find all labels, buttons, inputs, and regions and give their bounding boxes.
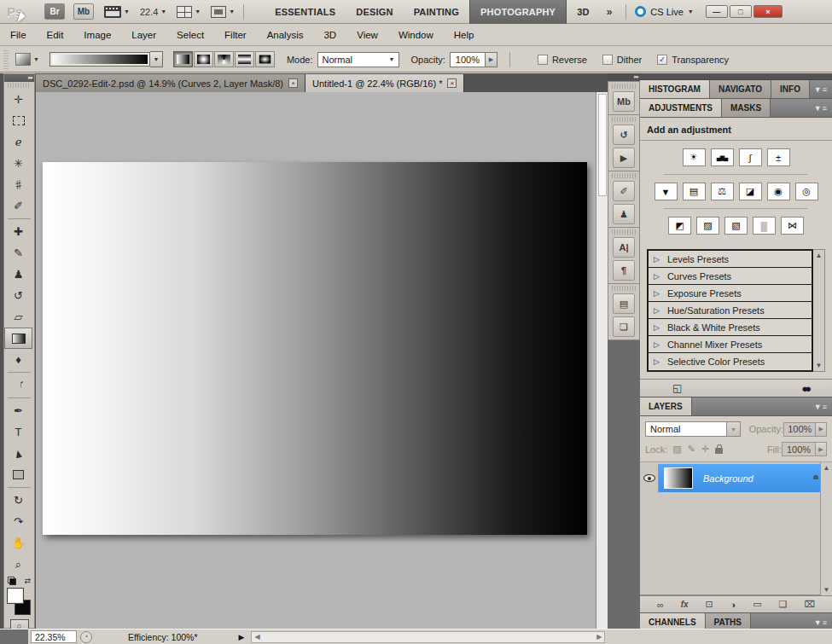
gradient-picker-dropdown[interactable]: ▼ [150,51,163,67]
layer-blend-mode-select[interactable]: Normal [645,421,727,437]
gradient-editor-preview[interactable] [49,52,150,67]
zoom-percent-input[interactable]: 22.35% [31,630,77,643]
curves-presets-item[interactable]: ▷Curves Presets [649,268,812,285]
brightness-contrast-button[interactable]: ☀ [683,148,706,166]
lock-all-icon[interactable] [715,448,723,454]
options-grip[interactable] [3,50,9,69]
black-white-presets-item[interactable]: ▷Black & White Presets [649,319,812,336]
posterize-button[interactable]: ▨ [696,217,719,235]
layer-name[interactable]: Background [703,473,812,484]
photo-filter-button[interactable]: ◉ [767,183,790,200]
tools-grip[interactable] [8,83,31,88]
scroll-up-icon[interactable]: ▲ [816,252,823,259]
panel-menu-icon[interactable]: ▼≡ [814,104,828,113]
launch-bridge-button[interactable]: Br [44,3,65,20]
link-layers-button[interactable]: ∞ [657,600,664,610]
reflected-gradient-button[interactable] [235,51,254,67]
scroll-up-icon[interactable]: ▲ [823,464,830,472]
scroll-down-icon[interactable]: ▼ [816,362,823,369]
lock-position-icon[interactable]: ✛ [701,444,709,455]
layer-comps-panel-icon[interactable]: ▤ [613,293,635,314]
tab-masks[interactable]: MASKS [722,99,771,117]
clone-stamp-tool[interactable]: ♟ [4,264,32,285]
paragraph-panel-icon[interactable]: ¶ [613,260,635,281]
type-tool[interactable]: T [4,421,32,443]
panel-menu-icon[interactable]: ▼≡ [814,618,828,627]
notes-panel-icon[interactable]: ❏ [613,316,635,337]
expanded-view-button[interactable]: ◱ [672,382,682,394]
opacity-input[interactable]: 100% [450,52,486,67]
reverse-checkbox[interactable]: Reverse [538,55,587,65]
transparency-checkbox[interactable]: ✓ Transparency [657,55,729,65]
menu-3d[interactable]: 3D [313,25,346,46]
layer-fill-value[interactable]: 100% [782,442,816,456]
scroll-left-icon[interactable]: ◀ [254,633,259,641]
menu-filter[interactable]: Filter [214,25,257,46]
panel-drag-strip[interactable] [640,73,832,80]
scroll-right-icon[interactable]: ▶ [596,633,602,641]
zoom-tool[interactable]: ⌕ [4,554,32,575]
menu-analysis[interactable]: Analysis [257,25,314,46]
dither-checkbox[interactable]: Dither [602,55,642,65]
tool-preset-picker[interactable]: ▼ [15,53,39,66]
status-options-button[interactable]: ▶ [239,633,245,641]
expand-triangle-icon[interactable]: ▷ [654,323,660,332]
delete-layer-button[interactable]: ⌧ [804,599,815,610]
hand-tool[interactable]: ✋ [4,532,32,554]
brush-tool[interactable]: ✎ [4,242,32,264]
layer-thumbnail[interactable] [664,467,693,489]
workspace-design[interactable]: DESIGN [346,0,403,24]
menu-window[interactable]: Window [388,25,444,46]
panel-grip[interactable] [612,229,636,235]
expand-triangle-icon[interactable]: ▷ [654,340,660,349]
tab-histogram[interactable]: HISTOGRAM [640,80,710,98]
presets-scrollbar[interactable]: ▲ ▼ [813,249,825,372]
invert-button[interactable]: ◩ [668,217,691,235]
workspace-photography[interactable]: PHOTOGRAPHY [469,0,567,24]
opacity-slider-button[interactable]: ▶ [486,52,497,67]
expand-triangle-icon[interactable]: ▷ [654,255,660,264]
clone-source-panel-icon[interactable]: ♟ [613,204,635,224]
arrange-documents-dropdown[interactable]: ▼ [177,6,201,18]
channel-mixer-presets-item[interactable]: ▷Channel Mixer Presets [649,336,812,353]
rectangle-tool[interactable] [4,464,32,485]
new-group-button[interactable]: ▭ [753,599,761,610]
expand-triangle-icon[interactable]: ▷ [654,306,660,315]
blend-mode-caret[interactable]: ▼ [727,421,740,437]
minimize-button[interactable]: — [706,5,728,18]
channel-mixer-button[interactable]: ◎ [795,183,818,200]
default-colors-icon[interactable] [8,577,16,585]
new-layer-button[interactable]: ❏ [779,599,788,610]
menu-image[interactable]: Image [73,25,121,46]
scrollbar-thumb[interactable] [598,94,607,196]
panel-grip[interactable] [612,173,636,178]
tab-adjustments[interactable]: ADJUSTMENTS [640,99,722,117]
angle-gradient-button[interactable] [214,51,234,67]
linear-gradient-button[interactable] [173,51,193,67]
gradient-map-button[interactable]: ▒ [753,217,776,235]
menu-view[interactable]: View [346,25,388,46]
workspace-essentials[interactable]: ESSENTIALS [265,0,346,24]
gradient-tool[interactable] [4,328,32,349]
menu-file[interactable]: File [0,25,37,46]
selective-color-presets-item[interactable]: ▷Selective Color Presets [649,353,812,370]
path-selection-tool[interactable]: ▲ [4,443,32,464]
workspace-3d[interactable]: 3D [567,0,599,24]
cs-live-dropdown[interactable]: CS Live ▼ [635,6,693,17]
history-panel-icon[interactable]: ↺ [613,125,635,145]
launch-mini-bridge-button[interactable]: Mb [73,3,94,20]
new-adjustment-layer-button[interactable]: ◑ [730,600,736,610]
expand-dock-button[interactable]: ▸▸ [608,73,640,81]
foreground-color-swatch[interactable] [7,588,24,604]
black-white-button[interactable]: ◪ [739,183,762,200]
healing-brush-tool[interactable]: ✚ [4,221,32,242]
blend-mode-select[interactable]: Normal ▼ [317,52,399,67]
pen-tool[interactable]: ✒ [4,400,32,421]
3d-orbit-tool[interactable]: ↷ [4,511,32,532]
menu-layer[interactable]: Layer [121,25,166,46]
clip-to-layer-button[interactable]: ●● [801,382,808,395]
horizontal-scrollbar[interactable]: ◀ ▶ [251,631,605,643]
tab-navigator[interactable]: NAVIGATO [710,80,771,98]
blur-tool[interactable]: ♦ [4,349,32,370]
color-balance-button[interactable]: ⚖ [711,183,734,200]
